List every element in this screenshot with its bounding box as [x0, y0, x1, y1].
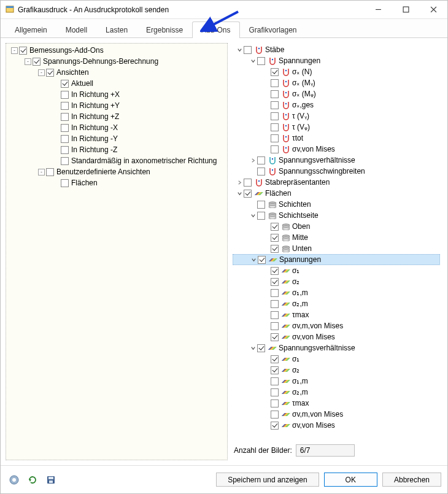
minimize-button[interactable]: [365, 1, 392, 18]
refresh-icon[interactable]: [25, 473, 40, 487]
checkbox[interactable]: [271, 223, 279, 231]
right-tree-item[interactable]: σ₁: [233, 265, 440, 276]
checkbox[interactable]: [61, 157, 69, 165]
chevron-down-icon[interactable]: [249, 344, 257, 352]
right-tree-item[interactable]: Spannungsverhältnisse: [233, 155, 440, 166]
expand-toggle[interactable]: -: [38, 169, 45, 176]
checkbox[interactable]: [271, 68, 279, 76]
checkbox[interactable]: [46, 168, 54, 176]
save-and-show-button[interactable]: Speichern und anzeigen: [216, 473, 319, 487]
checkbox[interactable]: [271, 267, 279, 275]
right-tree-item[interactable]: Unten: [233, 243, 440, 254]
chevron-down-icon[interactable]: [249, 211, 257, 220]
right-tree-item[interactable]: σ₁,m: [233, 376, 440, 387]
left-tree-item[interactable]: In Richtung -Y: [6, 133, 227, 144]
right-tree-item[interactable]: σv,von Mises: [233, 420, 440, 431]
checkbox[interactable]: [61, 91, 69, 99]
checkbox[interactable]: [61, 113, 69, 121]
tab-grafikvorlagen[interactable]: Grafikvorlagen: [240, 21, 306, 38]
left-tree-item[interactable]: In Richtung -Z: [6, 144, 227, 155]
right-tree-item[interactable]: τtot: [233, 133, 440, 144]
checkbox[interactable]: [61, 179, 69, 187]
right-tree-item[interactable]: σ₂: [233, 276, 440, 287]
tab-lasten[interactable]: Lasten: [96, 21, 137, 38]
right-tree-item[interactable]: τmax: [233, 309, 440, 320]
checkbox[interactable]: [257, 201, 265, 209]
left-tree-item[interactable]: -Spannungs-Dehnungs-Berechnung: [6, 56, 227, 67]
checkbox[interactable]: [61, 102, 69, 110]
checkbox[interactable]: [257, 168, 265, 176]
checkbox[interactable]: [61, 124, 69, 132]
checkbox[interactable]: [271, 311, 279, 319]
right-tree-item[interactable]: σₓ (Mᵩ): [233, 88, 440, 99]
right-tree-item[interactable]: Schichtseite: [233, 210, 440, 221]
checkbox[interactable]: [257, 212, 265, 220]
checkbox[interactable]: [271, 333, 279, 341]
right-tree-item[interactable]: Oben: [233, 221, 440, 232]
right-tree-item[interactable]: τ (Vᵧ): [233, 110, 440, 122]
left-tree[interactable]: -Bemessungs-Add-Ons-Spannungs-Dehnungs-B…: [6, 43, 228, 460]
checkbox[interactable]: [271, 355, 279, 363]
cancel-button[interactable]: Abbrechen: [382, 473, 441, 487]
right-tree-item[interactable]: σ₂: [233, 365, 440, 376]
right-tree-item[interactable]: σv,von Mises: [233, 144, 440, 155]
chevron-right-icon[interactable]: [235, 178, 244, 187]
right-tree-item[interactable]: Spannungen: [233, 55, 440, 66]
tab-modell[interactable]: Modell: [56, 21, 96, 38]
checkbox[interactable]: [271, 234, 279, 242]
right-tree-item[interactable]: σv,von Mises: [233, 331, 440, 342]
right-tree-item[interactable]: Spannungsverhältnisse: [233, 342, 440, 353]
checkbox[interactable]: [271, 134, 279, 142]
checkbox[interactable]: [257, 156, 265, 164]
checkbox[interactable]: [271, 300, 279, 308]
checkbox[interactable]: [271, 245, 279, 253]
checkbox[interactable]: [244, 46, 252, 54]
checkbox[interactable]: [257, 57, 265, 65]
chevron-right-icon[interactable]: [249, 156, 257, 164]
checkbox[interactable]: [61, 135, 69, 143]
right-tree-item[interactable]: τ (Vᵩ): [233, 122, 440, 133]
left-tree-item[interactable]: -Bemessungs-Add-Ons: [6, 45, 227, 56]
right-tree-item[interactable]: σ₁,m: [233, 287, 440, 298]
tab-ergebnisse[interactable]: Ergebnisse: [137, 21, 192, 38]
checkbox[interactable]: [271, 411, 279, 419]
left-tree-item[interactable]: -Benutzerdefinierte Ansichten: [6, 166, 227, 177]
checkbox[interactable]: [271, 322, 279, 330]
right-tree-item[interactable]: τmax: [233, 398, 440, 409]
right-tree-item[interactable]: Spannungen: [233, 254, 440, 265]
chevron-down-icon[interactable]: [249, 255, 258, 264]
tab-addons[interactable]: Add-Ons: [192, 21, 239, 38]
checkbox[interactable]: [271, 377, 279, 385]
tab-allgemein[interactable]: Allgemein: [6, 21, 56, 38]
chevron-down-icon[interactable]: [235, 45, 244, 54]
checkbox[interactable]: [271, 101, 279, 109]
close-button[interactable]: [420, 1, 447, 18]
checkbox[interactable]: [271, 278, 279, 286]
chevron-down-icon[interactable]: [235, 189, 244, 198]
checkbox[interactable]: [244, 190, 252, 198]
right-tree-item[interactable]: Stäbe: [233, 44, 440, 55]
ok-button[interactable]: OK: [324, 473, 377, 487]
checkbox[interactable]: [271, 399, 279, 407]
left-tree-item[interactable]: In Richtung -X: [6, 122, 227, 133]
right-tree-item[interactable]: σₓ (N): [233, 66, 440, 77]
right-tree-item[interactable]: σ₁: [233, 353, 440, 365]
right-tree-item[interactable]: σ₂,m: [233, 298, 440, 309]
checkbox[interactable]: [61, 80, 69, 88]
checkbox[interactable]: [61, 146, 69, 154]
checkbox[interactable]: [271, 112, 279, 120]
left-tree-item[interactable]: Standardmäßig in axonometrischer Richtun…: [6, 155, 227, 166]
left-tree-item[interactable]: In Richtung +X: [6, 89, 227, 100]
right-tree-item[interactable]: σv,m,von Mises: [233, 320, 440, 331]
checkbox[interactable]: [244, 179, 252, 187]
expand-toggle[interactable]: -: [11, 47, 18, 54]
chevron-down-icon[interactable]: [249, 56, 257, 65]
checkbox[interactable]: [19, 47, 27, 55]
left-tree-item[interactable]: In Richtung +Z: [6, 111, 227, 122]
checkbox[interactable]: [271, 123, 279, 131]
left-tree-item[interactable]: -Ansichten: [6, 67, 227, 78]
right-tree-item[interactable]: σₓ,ges: [233, 99, 440, 110]
left-tree-item[interactable]: Aktuell: [6, 78, 227, 89]
right-tree-item[interactable]: σv,m,von Mises: [233, 409, 440, 420]
checkbox[interactable]: [271, 366, 279, 374]
